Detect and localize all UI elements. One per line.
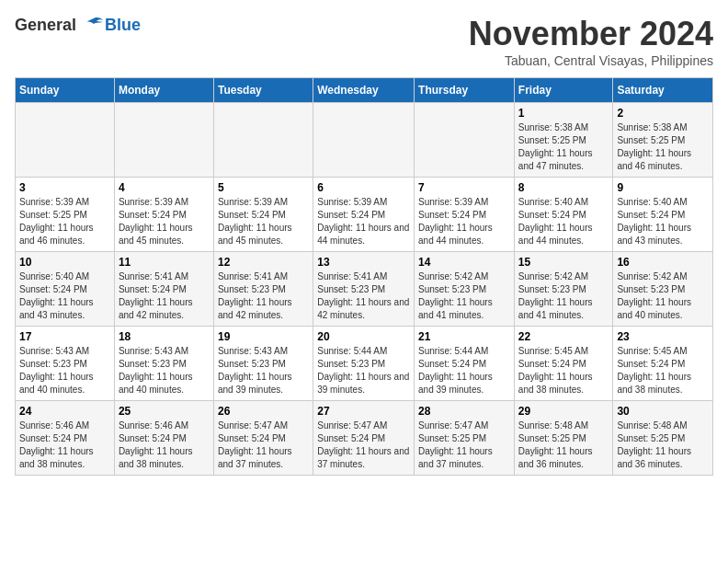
day-number: 21	[418, 330, 510, 343]
day-cell: 26Sunrise: 5:47 AM Sunset: 5:24 PM Dayli…	[213, 401, 313, 476]
day-number: 7	[418, 181, 510, 194]
day-cell	[415, 103, 515, 178]
day-cell: 3Sunrise: 5:39 AM Sunset: 5:25 PM Daylig…	[16, 178, 115, 252]
day-cell: 7Sunrise: 5:39 AM Sunset: 5:24 PM Daylig…	[415, 178, 515, 252]
day-info: Sunrise: 5:42 AM Sunset: 5:23 PM Dayligh…	[518, 270, 609, 322]
weekday-header-monday: Monday	[114, 78, 213, 103]
day-cell: 12Sunrise: 5:41 AM Sunset: 5:23 PM Dayli…	[213, 252, 313, 327]
day-number: 1	[518, 107, 609, 120]
day-cell: 30Sunrise: 5:48 AM Sunset: 5:25 PM Dayli…	[613, 401, 713, 476]
location: Tabuan, Central Visayas, Philippines	[469, 53, 713, 68]
day-info: Sunrise: 5:45 AM Sunset: 5:24 PM Dayligh…	[518, 345, 609, 396]
weekday-header-sunday: Sunday	[16, 78, 115, 103]
day-cell: 24Sunrise: 5:46 AM Sunset: 5:24 PM Dayli…	[16, 401, 115, 476]
logo-blue: Blue	[105, 16, 141, 34]
day-info: Sunrise: 5:48 AM Sunset: 5:25 PM Dayligh…	[518, 419, 609, 471]
weekday-header-thursday: Thursday	[415, 78, 515, 103]
week-row-4: 17Sunrise: 5:43 AM Sunset: 5:23 PM Dayli…	[16, 327, 713, 401]
day-cell: 23Sunrise: 5:45 AM Sunset: 5:24 PM Dayli…	[613, 327, 713, 401]
weekday-header-row: SundayMondayTuesdayWednesdayThursdayFrid…	[16, 78, 713, 103]
day-info: Sunrise: 5:48 AM Sunset: 5:25 PM Dayligh…	[617, 419, 709, 471]
day-info: Sunrise: 5:47 AM Sunset: 5:24 PM Dayligh…	[218, 419, 309, 471]
logo-bird-icon	[83, 15, 105, 37]
week-row-3: 10Sunrise: 5:40 AM Sunset: 5:24 PM Dayli…	[16, 252, 713, 327]
day-number: 24	[19, 405, 110, 418]
weekday-header-friday: Friday	[514, 78, 613, 103]
day-info: Sunrise: 5:40 AM Sunset: 5:24 PM Dayligh…	[617, 196, 709, 247]
day-cell: 27Sunrise: 5:47 AM Sunset: 5:24 PM Dayli…	[313, 401, 415, 476]
day-cell: 6Sunrise: 5:39 AM Sunset: 5:24 PM Daylig…	[313, 178, 415, 252]
day-cell: 8Sunrise: 5:40 AM Sunset: 5:24 PM Daylig…	[514, 178, 613, 252]
day-info: Sunrise: 5:38 AM Sunset: 5:25 PM Dayligh…	[518, 121, 609, 173]
day-info: Sunrise: 5:39 AM Sunset: 5:24 PM Dayligh…	[119, 196, 210, 247]
day-number: 3	[19, 181, 110, 194]
day-cell	[313, 103, 415, 178]
day-info: Sunrise: 5:42 AM Sunset: 5:23 PM Dayligh…	[617, 270, 709, 322]
day-info: Sunrise: 5:44 AM Sunset: 5:24 PM Dayligh…	[418, 345, 510, 396]
day-info: Sunrise: 5:40 AM Sunset: 5:24 PM Dayligh…	[518, 196, 609, 247]
day-cell: 4Sunrise: 5:39 AM Sunset: 5:24 PM Daylig…	[114, 178, 213, 252]
day-cell	[114, 103, 213, 178]
week-row-1: 1Sunrise: 5:38 AM Sunset: 5:25 PM Daylig…	[16, 103, 713, 178]
day-cell: 10Sunrise: 5:40 AM Sunset: 5:24 PM Dayli…	[16, 252, 115, 327]
day-cell: 16Sunrise: 5:42 AM Sunset: 5:23 PM Dayli…	[613, 252, 713, 327]
day-number: 30	[617, 405, 709, 418]
calendar-table: SundayMondayTuesdayWednesdayThursdayFrid…	[15, 77, 713, 476]
day-cell: 28Sunrise: 5:47 AM Sunset: 5:25 PM Dayli…	[415, 401, 515, 476]
day-cell	[213, 103, 313, 178]
day-number: 29	[518, 405, 609, 418]
day-number: 23	[617, 330, 709, 343]
day-info: Sunrise: 5:46 AM Sunset: 5:24 PM Dayligh…	[119, 419, 210, 471]
day-number: 28	[418, 405, 510, 418]
logo-general: General	[15, 16, 76, 34]
day-number: 14	[418, 256, 510, 269]
day-cell: 22Sunrise: 5:45 AM Sunset: 5:24 PM Dayli…	[514, 327, 613, 401]
day-info: Sunrise: 5:45 AM Sunset: 5:24 PM Dayligh…	[617, 345, 709, 396]
day-cell: 25Sunrise: 5:46 AM Sunset: 5:24 PM Dayli…	[114, 401, 213, 476]
day-info: Sunrise: 5:41 AM Sunset: 5:23 PM Dayligh…	[317, 270, 410, 322]
day-cell: 1Sunrise: 5:38 AM Sunset: 5:25 PM Daylig…	[514, 103, 613, 178]
day-cell: 18Sunrise: 5:43 AM Sunset: 5:23 PM Dayli…	[114, 327, 213, 401]
day-info: Sunrise: 5:39 AM Sunset: 5:25 PM Dayligh…	[19, 196, 110, 247]
day-number: 22	[518, 330, 609, 343]
logo: General Blue	[15, 15, 141, 37]
day-cell: 20Sunrise: 5:44 AM Sunset: 5:23 PM Dayli…	[313, 327, 415, 401]
day-info: Sunrise: 5:40 AM Sunset: 5:24 PM Dayligh…	[19, 270, 110, 322]
day-number: 4	[119, 181, 210, 194]
day-info: Sunrise: 5:47 AM Sunset: 5:25 PM Dayligh…	[418, 419, 510, 471]
day-number: 6	[317, 181, 410, 194]
weekday-header-tuesday: Tuesday	[213, 78, 313, 103]
day-cell: 19Sunrise: 5:43 AM Sunset: 5:23 PM Dayli…	[213, 327, 313, 401]
day-info: Sunrise: 5:44 AM Sunset: 5:23 PM Dayligh…	[317, 345, 410, 396]
day-info: Sunrise: 5:47 AM Sunset: 5:24 PM Dayligh…	[317, 419, 410, 471]
day-number: 19	[218, 330, 309, 343]
day-cell: 17Sunrise: 5:43 AM Sunset: 5:23 PM Dayli…	[16, 327, 115, 401]
week-row-2: 3Sunrise: 5:39 AM Sunset: 5:25 PM Daylig…	[16, 178, 713, 252]
week-row-5: 24Sunrise: 5:46 AM Sunset: 5:24 PM Dayli…	[16, 401, 713, 476]
day-cell: 13Sunrise: 5:41 AM Sunset: 5:23 PM Dayli…	[313, 252, 415, 327]
weekday-header-saturday: Saturday	[613, 78, 713, 103]
day-number: 20	[317, 330, 410, 343]
day-info: Sunrise: 5:46 AM Sunset: 5:24 PM Dayligh…	[19, 419, 110, 471]
day-cell: 2Sunrise: 5:38 AM Sunset: 5:25 PM Daylig…	[613, 103, 713, 178]
month-title: November 2024	[469, 15, 713, 53]
day-number: 10	[19, 256, 110, 269]
day-info: Sunrise: 5:38 AM Sunset: 5:25 PM Dayligh…	[617, 121, 709, 173]
day-info: Sunrise: 5:43 AM Sunset: 5:23 PM Dayligh…	[218, 345, 309, 396]
day-number: 11	[119, 256, 210, 269]
day-cell: 9Sunrise: 5:40 AM Sunset: 5:24 PM Daylig…	[613, 178, 713, 252]
day-number: 18	[119, 330, 210, 343]
day-number: 15	[518, 256, 609, 269]
day-info: Sunrise: 5:39 AM Sunset: 5:24 PM Dayligh…	[418, 196, 510, 247]
weekday-header-wednesday: Wednesday	[313, 78, 415, 103]
day-number: 13	[317, 256, 410, 269]
day-number: 26	[218, 405, 309, 418]
day-number: 5	[218, 181, 309, 194]
day-info: Sunrise: 5:42 AM Sunset: 5:23 PM Dayligh…	[418, 270, 510, 322]
day-number: 27	[317, 405, 410, 418]
day-info: Sunrise: 5:43 AM Sunset: 5:23 PM Dayligh…	[119, 345, 210, 396]
day-cell: 14Sunrise: 5:42 AM Sunset: 5:23 PM Dayli…	[415, 252, 515, 327]
day-cell: 21Sunrise: 5:44 AM Sunset: 5:24 PM Dayli…	[415, 327, 515, 401]
day-number: 16	[617, 256, 709, 269]
day-cell: 15Sunrise: 5:42 AM Sunset: 5:23 PM Dayli…	[514, 252, 613, 327]
